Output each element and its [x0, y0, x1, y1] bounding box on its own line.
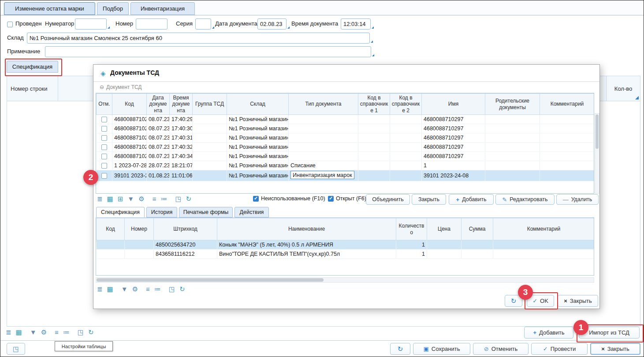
doc-date-input[interactable]: [257, 18, 287, 29]
cancel-button[interactable]: ⊘ Отменить: [473, 343, 529, 355]
list-settings-icon[interactable]: ≣: [97, 286, 103, 292]
rows-icon[interactable]: ≡: [146, 286, 150, 292]
spec-row[interactable]: 8436581116212 Вино"ТОРЕ ДЕ КАСТИЛЬЯ ТЕМП…: [97, 250, 595, 259]
tab-podbor[interactable]: Подбор: [97, 2, 129, 15]
filter-icon[interactable]: ▼: [121, 286, 128, 292]
col-doc-type[interactable]: Тип документа: [289, 94, 358, 115]
docs-vertical-scrollbar[interactable]: [595, 113, 599, 194]
refresh-icon[interactable]: ↻: [179, 286, 185, 292]
rows-edit-icon[interactable]: ≔: [160, 195, 167, 202]
row-checkbox[interactable]: [101, 144, 107, 150]
bottom-export-button[interactable]: ◳: [7, 343, 25, 355]
filter-icon[interactable]: ▼: [127, 195, 134, 202]
gear-icon[interactable]: ⚙: [41, 329, 47, 335]
tab-inventarizaciya[interactable]: Инвентаризация: [130, 2, 195, 15]
dialog-tab-dejstviya[interactable]: Действия: [235, 207, 269, 217]
col-naimenovanie[interactable]: Наименование: [217, 218, 396, 240]
doc-row[interactable]: 4680088710297 08.07.23 17:40:31 №1 Розни…: [97, 133, 595, 143]
note-input[interactable]: [45, 46, 371, 57]
tab-izmenenie-ostatka[interactable]: Изменение остатка марки: [4, 2, 95, 15]
col-ref2[interactable]: Код в справочнике 2: [390, 94, 422, 115]
nomer-input[interactable]: [136, 18, 168, 29]
row-checkbox[interactable]: [101, 154, 107, 159]
dialog-close-button[interactable]: × Закрыть: [558, 295, 598, 307]
sklad-input[interactable]: [27, 33, 370, 44]
col-cena[interactable]: Цена: [427, 218, 462, 240]
dialog-tab-specifikaciya[interactable]: Спецификация: [96, 207, 145, 217]
doc-row[interactable]: 4680088710297 08.07.23 17:40:30 №1 Розни…: [97, 124, 595, 133]
rows-icon[interactable]: ≡: [55, 329, 59, 335]
numerator-input[interactable]: [75, 18, 107, 29]
add-row-button[interactable]: + Добавить: [524, 327, 573, 339]
doc-row[interactable]: 4680088710297 08.07.23 17:40:29 №1 Розни…: [97, 115, 595, 124]
spec-horizontal-scrollbar[interactable]: [96, 277, 594, 283]
col-group-tsd[interactable]: Группа ТСД: [193, 94, 227, 115]
post-button[interactable]: ✓ Провести: [531, 343, 588, 355]
unused-checkbox[interactable]: [253, 196, 259, 202]
col-kod[interactable]: Код: [97, 218, 125, 240]
seriya-input[interactable]: [195, 18, 211, 29]
row-checkbox[interactable]: [101, 163, 107, 169]
tab-specifikaciya-main[interactable]: Спецификация: [7, 61, 58, 73]
open-checkbox[interactable]: [328, 196, 334, 202]
col-otm[interactable]: Отм.: [97, 94, 112, 115]
merge-button[interactable]: Объединить: [366, 194, 410, 205]
col-name[interactable]: Имя: [422, 94, 485, 115]
doc-time-input[interactable]: [341, 18, 371, 29]
col-kod[interactable]: Код: [112, 94, 147, 115]
column-header-row-number[interactable]: Номер строки: [7, 76, 58, 101]
dialog-tab-istoriya[interactable]: История: [146, 207, 177, 217]
col-sklad[interactable]: Склад: [227, 94, 289, 115]
table-view-icon[interactable]: ▦: [107, 286, 113, 292]
gear-icon[interactable]: ⚙: [132, 286, 138, 292]
filter-unused[interactable]: Неиспользованные (F10): [253, 195, 325, 202]
proveden-checkbox[interactable]: [7, 22, 13, 27]
rows-icon[interactable]: ≡: [153, 195, 156, 202]
gear-icon[interactable]: ⚙: [138, 195, 144, 202]
row-checkbox[interactable]: [101, 135, 107, 141]
col-time[interactable]: Время документа: [170, 94, 193, 115]
col-comment[interactable]: Комментарий: [540, 94, 595, 115]
filter-icon[interactable]: ▼: [30, 329, 37, 335]
delete-doc-button[interactable]: — Удалить: [556, 194, 599, 205]
row-checkbox[interactable]: [101, 126, 107, 132]
close-button[interactable]: × Закрыть: [590, 343, 640, 355]
doc-type-editbox[interactable]: Инвентаризация марок: [290, 171, 354, 179]
collapse-icon[interactable]: ⊖: [100, 84, 104, 90]
doc-row-selected[interactable]: 39101 2023-24-08 01.08.23 11:01:06 №1 Ро…: [97, 170, 595, 181]
doc-row[interactable]: 4680088710297 08.07.23 17:40:32 №1 Розни…: [97, 143, 595, 152]
col-ref1[interactable]: Код в справочнике 1: [358, 94, 390, 115]
edit-doc-button[interactable]: ✎ Редактировать: [495, 194, 555, 205]
refresh-icon[interactable]: ↻: [186, 195, 192, 202]
rows-edit-icon[interactable]: ≔: [63, 329, 70, 335]
row-checkbox[interactable]: [101, 173, 107, 179]
rows-edit-icon[interactable]: ≔: [154, 286, 161, 292]
add-doc-button[interactable]: + Добавить: [449, 194, 494, 205]
export-icon[interactable]: ◳: [78, 329, 84, 335]
col-barcode[interactable]: Штрихкод: [154, 218, 217, 240]
doc-row[interactable]: 1 2023-07-28 28.07.23 18:21:07 №1 Рознич…: [97, 161, 595, 170]
filter-open[interactable]: Открыт (F6): [328, 195, 366, 202]
close-doc-button[interactable]: Закрыть: [412, 194, 446, 205]
save-button[interactable]: ▣ Сохранить: [413, 343, 470, 355]
list-settings-icon[interactable]: ≣: [6, 329, 11, 335]
scrollbar-thumb[interactable]: [596, 114, 599, 149]
spec-row-selected[interactable]: 4850025634720 Коньяк "МАНЭ" (5 лет, 40%)…: [97, 240, 595, 250]
col-nomer[interactable]: Номер: [125, 218, 154, 240]
export-icon[interactable]: ◳: [169, 286, 175, 292]
list-settings-icon[interactable]: ≣: [97, 195, 103, 202]
row-checkbox[interactable]: [101, 117, 107, 122]
export-icon[interactable]: ◳: [175, 195, 181, 202]
table-view-icon[interactable]: ▦: [107, 195, 113, 202]
doc-row[interactable]: 4680088710297 08.07.23 17:40:34 №1 Розни…: [97, 152, 595, 161]
col-kolichestvo[interactable]: Количество: [396, 218, 427, 240]
col-parent-docs[interactable]: Родительские документы: [485, 94, 540, 115]
calendar-icon[interactable]: ⊞: [118, 195, 123, 202]
col-date[interactable]: Дата документа: [147, 94, 170, 115]
scrollbar-thumb[interactable]: [97, 278, 324, 282]
doc-group-label[interactable]: ⊖ Документ ТСД: [100, 84, 142, 90]
table-view-icon[interactable]: ▦: [16, 329, 22, 335]
col-summa[interactable]: Сумма: [462, 218, 493, 240]
dialog-tab-pechatnye-formy[interactable]: Печатные формы: [179, 207, 233, 217]
refresh-icon[interactable]: ↻: [88, 329, 94, 335]
